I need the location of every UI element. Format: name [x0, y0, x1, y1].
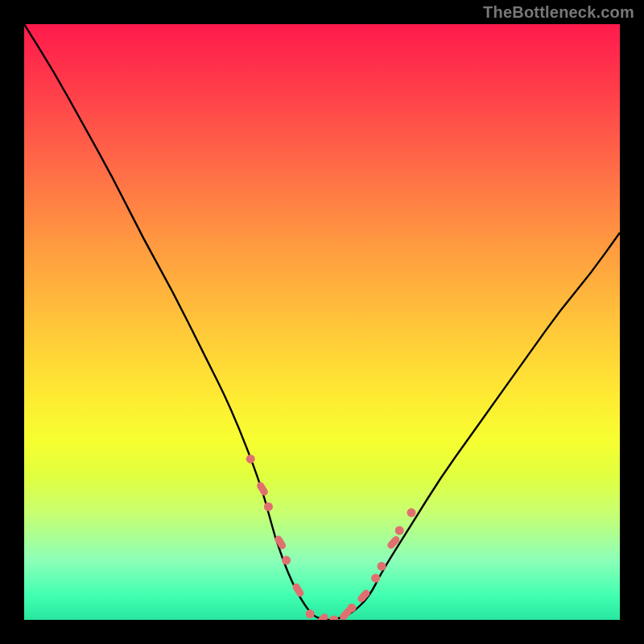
watermark-text: TheBottleneck.com [483, 3, 634, 22]
marker-bar [255, 481, 269, 497]
chart-svg [24, 24, 620, 620]
marker-dot [378, 562, 386, 571]
marker-dot [395, 526, 404, 535]
marker-dot [407, 508, 416, 517]
chart-plot-area [24, 24, 620, 620]
marker-dot [348, 604, 357, 613]
bottleneck-curve-path [24, 24, 620, 620]
marker-bar [315, 612, 330, 620]
chart-frame: TheBottleneck.com [0, 0, 644, 644]
marker-dot [306, 609, 315, 618]
marker-dot [246, 455, 255, 464]
marker-dot [371, 574, 380, 583]
bottleneck-curve [24, 24, 620, 620]
marker-bar [386, 535, 401, 550]
marker-group [246, 455, 416, 620]
marker-dot [264, 502, 273, 511]
marker-dot [282, 556, 291, 565]
marker-dot [329, 616, 338, 621]
